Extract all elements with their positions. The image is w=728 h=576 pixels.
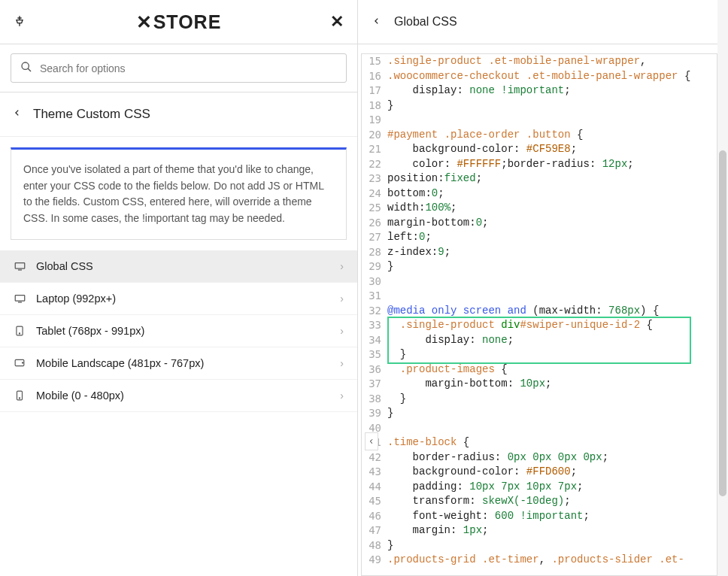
code-line[interactable] [387, 289, 717, 304]
code-line[interactable]: } [387, 347, 717, 362]
sidebar-item-mobile-landscape-481px-767px-[interactable]: Mobile Landscape (481px - 767px)› [0, 347, 357, 380]
logo: ✕STORE [136, 11, 222, 33]
code-line[interactable] [387, 113, 717, 128]
device-icon [14, 261, 26, 271]
code-line[interactable]: transform: skewX(-10deg); [387, 494, 717, 509]
editor-header: Global CSS [358, 0, 728, 44]
svg-rect-4 [15, 295, 25, 301]
code-line[interactable]: @media only screen and (max-width: 768px… [387, 304, 717, 319]
sidebar-panel: ✕STORE ✕ Theme Custom CSS Once you've is… [0, 0, 358, 576]
device-icon [14, 390, 26, 401]
code-line[interactable]: .woocommerce-checkout .et-mobile-panel-w… [387, 69, 717, 84]
scrollbar-thumb[interactable] [719, 150, 726, 496]
logo-x-icon: ✕ [136, 11, 153, 33]
chevron-right-icon: › [340, 260, 344, 272]
code-line[interactable]: } [387, 538, 717, 553]
search-wrapper [0, 44, 357, 92]
code-lines[interactable]: .single-product .et-mobile-panel-wrapper… [384, 54, 717, 568]
code-line[interactable]: position:fixed; [387, 171, 717, 186]
code-line[interactable]: font-weight: 600 !important; [387, 509, 717, 524]
section-title: Theme Custom CSS [33, 107, 150, 122]
editor-panel: Global CSS 15161718192021222324252627282… [358, 0, 728, 576]
sidebar-item-mobile-0-480px-[interactable]: Mobile (0 - 480px)› [0, 380, 357, 412]
code-line[interactable]: left:0; [387, 230, 717, 245]
svg-point-11 [19, 398, 20, 399]
sidebar-item-global-css[interactable]: Global CSS› [0, 250, 357, 283]
fold-caret-icon[interactable] [365, 432, 378, 450]
svg-point-0 [22, 62, 29, 69]
code-line[interactable]: .products-grid .et-timer, .products-slid… [387, 553, 717, 568]
line-gutter: 1516171819202122232425262728293031323334… [362, 54, 384, 568]
sidebar-menu: Global CSS›Laptop (992px+)›Tablet (768px… [0, 250, 357, 412]
sidebar-item-label: Mobile (0 - 480px) [36, 390, 124, 402]
code-line[interactable]: } [387, 259, 717, 274]
chevron-right-icon: › [340, 293, 344, 305]
code-line[interactable]: background-color: #CF59E8; [387, 142, 717, 157]
code-line[interactable]: margin: 1px; [387, 523, 717, 538]
chevron-right-icon: › [340, 357, 344, 369]
chevron-right-icon: › [340, 325, 344, 337]
close-icon[interactable]: ✕ [330, 12, 344, 32]
sidebar-item-laptop-992px-[interactable]: Laptop (992px+)› [0, 283, 357, 315]
sidebar-item-label: Mobile Landscape (481px - 767px) [36, 357, 204, 369]
pin-icon[interactable] [14, 15, 27, 29]
device-icon [14, 326, 26, 336]
search-icon [20, 61, 32, 75]
code-line[interactable]: background-color: #FFD600; [387, 465, 717, 480]
sidebar-item-label: Tablet (768px - 991px) [36, 325, 144, 337]
code-line[interactable]: } [387, 99, 717, 114]
code-line[interactable]: } [387, 392, 717, 407]
device-icon [14, 358, 26, 368]
code-line[interactable]: .single-product .et-mobile-panel-wrapper… [387, 54, 717, 69]
back-icon[interactable] [14, 107, 21, 122]
search-input[interactable] [40, 62, 337, 74]
sidebar-item-label: Laptop (992px+) [36, 293, 116, 305]
code-line[interactable]: bottom:0; [387, 186, 717, 202]
sidebar-item-tablet-768px-991px-[interactable]: Tablet (768px - 991px)› [0, 315, 357, 347]
code-line[interactable]: .time-block { [387, 435, 717, 450]
code-line[interactable]: #payment .place-order .button { [387, 128, 717, 143]
logo-text: STORE [153, 11, 222, 33]
vertical-scrollbar[interactable] [717, 0, 728, 576]
code-line[interactable]: display: none; [387, 333, 717, 348]
code-line[interactable]: padding: 10px 7px 10px 7px; [387, 480, 717, 495]
code-line[interactable]: display: none !important; [387, 83, 717, 99]
code-line[interactable]: width:100%; [387, 201, 717, 216]
sidebar-header: ✕STORE ✕ [0, 0, 357, 44]
sidebar-item-label: Global CSS [36, 260, 93, 272]
code-line[interactable]: color: #FFFFFF;border-radius: 12px; [387, 157, 717, 172]
code-line[interactable]: .single-product div#swiper-unique-id-2 { [387, 318, 717, 333]
svg-line-1 [28, 68, 31, 71]
code-line[interactable]: margin-bottom:0; [387, 216, 717, 231]
code-editor[interactable]: 1516171819202122232425262728293031323334… [361, 53, 717, 576]
code-line[interactable]: margin-bottom: 10px; [387, 377, 717, 392]
editor-back-icon[interactable] [373, 16, 381, 29]
code-line[interactable]: } [387, 406, 717, 421]
code-line[interactable] [387, 421, 717, 436]
editor-title: Global CSS [394, 15, 457, 29]
info-box: Once you've isolated a part of theme tha… [11, 147, 347, 240]
section-title-row[interactable]: Theme Custom CSS [0, 92, 357, 137]
chevron-right-icon: › [340, 390, 344, 402]
svg-point-7 [19, 333, 20, 334]
svg-point-9 [23, 362, 23, 363]
code-line[interactable]: z-index:9; [387, 245, 717, 260]
code-line[interactable]: .product-images { [387, 362, 717, 377]
code-line[interactable] [387, 274, 717, 290]
code-line[interactable]: border-radius: 0px 0px 0px 0px; [387, 450, 717, 465]
search-field[interactable] [11, 53, 347, 83]
device-icon [14, 293, 26, 304]
svg-rect-2 [15, 262, 25, 268]
